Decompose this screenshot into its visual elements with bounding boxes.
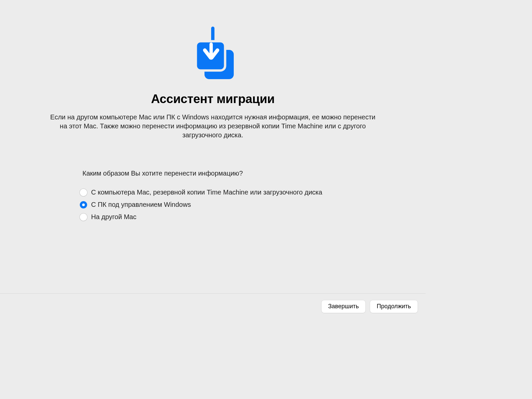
continue-button[interactable]: Продолжить bbox=[370, 300, 418, 313]
radio-label: С компьютера Mac, резервной копии Time M… bbox=[91, 189, 322, 196]
radio-option-mac-backup[interactable]: С компьютера Mac, резервной копии Time M… bbox=[80, 189, 346, 196]
radio-indicator bbox=[80, 201, 87, 208]
page-title: Ассистент миграции bbox=[151, 92, 275, 106]
quit-button[interactable]: Завершить bbox=[322, 300, 365, 313]
radio-label: На другой Mac bbox=[91, 213, 136, 221]
question-label: Каким образом Вы хотите перенести информ… bbox=[80, 170, 346, 177]
radio-indicator bbox=[80, 213, 87, 221]
main-content: Ассистент миграции Если на другом компью… bbox=[0, 0, 426, 293]
question-block: Каким образом Вы хотите перенести информ… bbox=[80, 170, 346, 221]
radio-indicator bbox=[80, 189, 87, 196]
migration-icon bbox=[191, 27, 234, 86]
svg-rect-3 bbox=[209, 43, 213, 56]
radio-group: С компьютера Mac, резервной копии Time M… bbox=[80, 189, 346, 221]
footer-bar: Завершить Продолжить bbox=[0, 293, 426, 319]
radio-option-another-mac[interactable]: На другой Mac bbox=[80, 213, 346, 221]
page-description: Если на другом компьютере Mac или ПК с W… bbox=[50, 113, 376, 140]
radio-label: С ПК под управлением Windows bbox=[91, 201, 191, 208]
radio-option-windows-pc[interactable]: С ПК под управлением Windows bbox=[80, 201, 346, 208]
